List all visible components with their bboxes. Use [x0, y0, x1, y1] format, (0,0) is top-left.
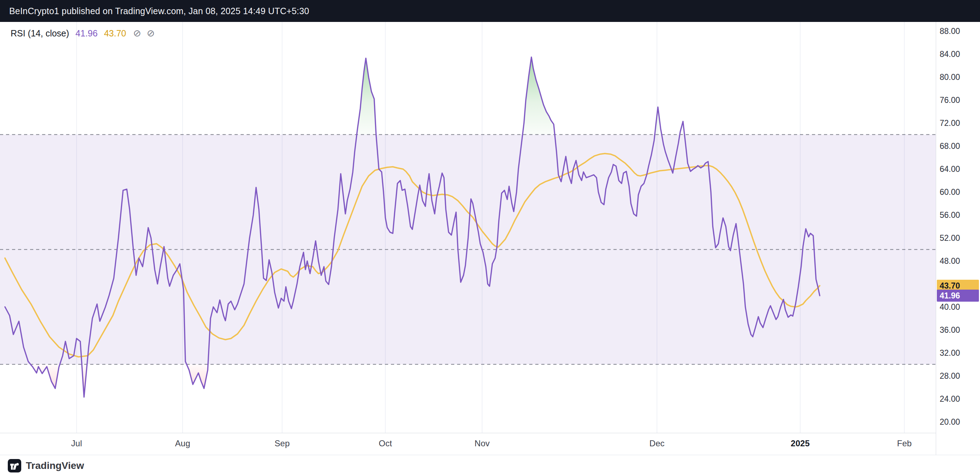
ma-value: 43.70 [104, 28, 126, 38]
value-hidden-icon: ⊘ [147, 28, 155, 39]
footer-bar: TradingView [0, 455, 980, 476]
time-tick: Jul [71, 438, 82, 448]
price-tick: 68.00 [940, 141, 960, 151]
time-tick: Nov [474, 438, 490, 448]
rsi-value-badge: 41.96 [937, 290, 979, 301]
time-tick: Sep [275, 438, 290, 448]
indicator-legend: RSI (14, close) 41.96 43.70 ⊘ ⊘ [11, 28, 155, 39]
price-axis[interactable]: 43.70 41.96 88.0084.0080.0076.0072.0068.… [936, 22, 980, 455]
time-tick: Oct [379, 438, 392, 448]
price-tick: 84.00 [940, 49, 960, 59]
price-tick: 80.00 [940, 72, 960, 82]
price-tick: 20.00 [940, 417, 960, 427]
time-tick: 2025 [791, 438, 810, 448]
price-tick: 24.00 [940, 394, 960, 404]
legend-icons: ⊘ ⊘ [133, 28, 154, 39]
price-tick: 64.00 [940, 164, 960, 174]
price-tick: 88.00 [940, 26, 960, 36]
price-tick: 48.00 [940, 256, 960, 266]
rsi-value: 41.96 [75, 28, 98, 38]
indicator-title: RSI (14, close) [11, 28, 69, 38]
price-tick: 36.00 [940, 325, 960, 335]
plot-area[interactable] [0, 22, 936, 433]
price-tick: 28.00 [940, 371, 960, 381]
time-tick: Aug [175, 438, 190, 448]
price-tick: 76.00 [940, 95, 960, 105]
time-tick: Feb [897, 438, 912, 448]
publish-title: BeInCrypto1 published on TradingView.com… [9, 6, 309, 16]
price-tick: 56.00 [940, 210, 960, 220]
price-tick: 32.00 [940, 348, 960, 358]
price-tick: 60.00 [940, 187, 960, 197]
price-tick: 72.00 [940, 118, 960, 128]
price-tick: 40.00 [940, 302, 960, 312]
time-tick: Dec [649, 438, 665, 448]
publish-header: BeInCrypto1 published on TradingView.com… [0, 0, 980, 22]
value-hidden-icon: ⊘ [133, 28, 141, 39]
plot-svg[interactable] [0, 22, 936, 433]
tradingview-logo[interactable] [8, 459, 21, 473]
time-axis[interactable]: JulAugSepOctNovDec2025Feb [0, 433, 936, 455]
chart-area: RSI (14, close) 41.96 43.70 ⊘ ⊘ 43.70 41… [0, 22, 980, 455]
tradingview-wordmark[interactable]: TradingView [26, 460, 84, 471]
price-tick: 52.00 [940, 233, 960, 243]
